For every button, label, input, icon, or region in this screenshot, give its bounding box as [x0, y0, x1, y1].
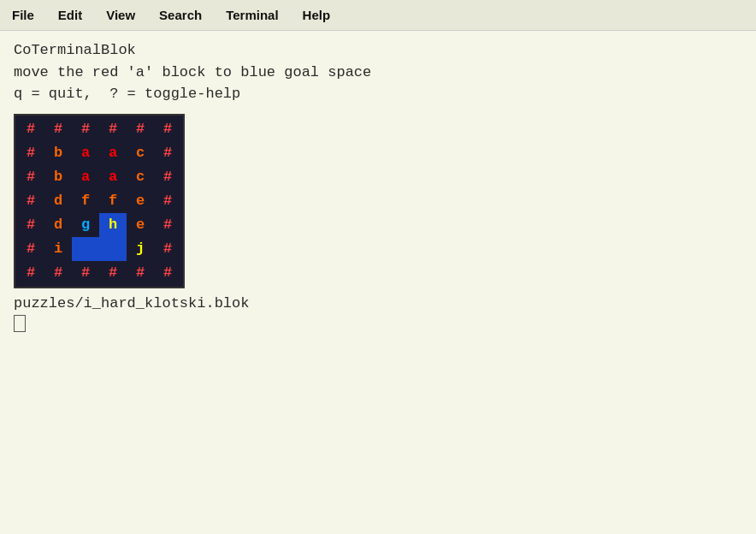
- cell-5-5: #: [154, 237, 181, 261]
- cell-4-5: #: [154, 213, 181, 237]
- cell-3-5: #: [154, 189, 181, 213]
- cell-5-4: j: [127, 237, 154, 261]
- app-title-line: CoTerminalBlok: [14, 39, 742, 62]
- content-area: CoTerminalBlok move the red 'a' block to…: [0, 31, 756, 341]
- cell-0-4: #: [127, 117, 154, 141]
- cell-6-4: #: [127, 261, 154, 285]
- menubar: File Edit View Search Terminal Help: [0, 0, 756, 31]
- game-board[interactable]: # # # # # # # b a a c # # b a a c # # d …: [14, 114, 185, 288]
- cell-5-3: [99, 237, 127, 261]
- cell-1-5: #: [154, 141, 181, 165]
- cell-6-3: #: [99, 261, 127, 285]
- cell-6-2: #: [72, 261, 99, 285]
- cell-2-2: a: [72, 165, 99, 189]
- cell-4-1: d: [44, 213, 72, 237]
- cell-2-0: #: [17, 165, 44, 189]
- menu-terminal[interactable]: Terminal: [214, 4, 290, 26]
- board-grid: # # # # # # # b a a c # # b a a c # # d …: [17, 117, 181, 285]
- cell-2-5: #: [154, 165, 181, 189]
- cell-4-3: h: [99, 213, 127, 237]
- cell-2-3: a: [99, 165, 127, 189]
- cell-3-0: #: [17, 189, 44, 213]
- filepath-line: puzzles/i_hard_klotski.blok: [14, 295, 742, 312]
- cell-1-3: a: [99, 141, 127, 165]
- cell-3-3: f: [99, 189, 127, 213]
- cell-5-1: i: [44, 237, 72, 261]
- menu-file[interactable]: File: [0, 4, 46, 26]
- cell-0-5: #: [154, 117, 181, 141]
- cell-4-2: g: [72, 213, 99, 237]
- cell-3-1: d: [44, 189, 72, 213]
- cell-1-4: c: [127, 141, 154, 165]
- cell-1-2: a: [72, 141, 99, 165]
- cell-4-0: #: [17, 213, 44, 237]
- cell-1-1: b: [44, 141, 72, 165]
- cell-1-0: #: [17, 141, 44, 165]
- cell-2-1: b: [44, 165, 72, 189]
- cell-0-2: #: [72, 117, 99, 141]
- cell-3-4: e: [127, 189, 154, 213]
- cell-6-5: #: [154, 261, 181, 285]
- menu-search[interactable]: Search: [147, 4, 214, 26]
- menu-help[interactable]: Help: [291, 4, 343, 26]
- cell-3-2: f: [72, 189, 99, 213]
- cursor: [14, 315, 26, 332]
- cell-5-0: #: [17, 237, 44, 261]
- instructions-line1: move the red 'a' block to blue goal spac…: [14, 62, 742, 84]
- cell-0-3: #: [99, 117, 127, 141]
- cell-2-4: c: [127, 165, 154, 189]
- cell-4-4: e: [127, 213, 154, 237]
- cell-0-1: #: [44, 117, 72, 141]
- menu-edit[interactable]: Edit: [46, 4, 94, 26]
- cell-5-2: [72, 237, 99, 261]
- cell-6-0: #: [17, 261, 44, 285]
- cell-0-0: #: [17, 117, 44, 141]
- menu-view[interactable]: View: [94, 4, 147, 26]
- cell-6-1: #: [44, 261, 72, 285]
- instructions-line2: q = quit, ? = toggle-help: [14, 83, 742, 105]
